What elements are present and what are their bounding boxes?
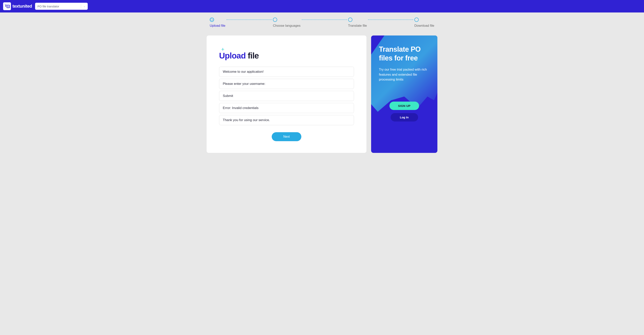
svg-text:T: T	[5, 4, 7, 8]
step-circle-icon	[348, 18, 352, 22]
title-accent: Upload	[219, 51, 246, 60]
step-connector	[226, 20, 272, 20]
plus-icon	[222, 47, 224, 52]
promo-title: Translate PO files for free	[379, 45, 430, 62]
list-item[interactable]: Error: Invalid credentials	[219, 103, 354, 113]
step-upload-file[interactable]: Upload file	[210, 18, 225, 28]
step-label: Upload file	[210, 24, 225, 28]
svg-text:U: U	[8, 5, 9, 8]
promo-sidebar: Translate PO files for free Try our free…	[371, 36, 438, 153]
step-label: Download file	[414, 24, 434, 28]
signup-button[interactable]: SIGN UP	[390, 102, 419, 110]
dropdown-label: PO file translator	[38, 5, 81, 8]
next-button[interactable]: Next	[272, 132, 302, 141]
step-circle-icon	[414, 18, 419, 22]
promo-buttons: SIGN UP Log In	[379, 102, 430, 122]
title-rest: file	[246, 51, 259, 60]
translator-dropdown[interactable]: PO file translator ⌄	[35, 3, 88, 10]
brand-name: textunited	[12, 4, 32, 9]
step-choose-languages[interactable]: Choose languages	[273, 18, 300, 28]
logo-icon: TU	[3, 2, 11, 10]
step-circle-icon	[273, 18, 277, 22]
step-circle-icon	[210, 18, 214, 22]
step-translate-file[interactable]: Translate file	[348, 18, 367, 28]
step-label: Translate file	[348, 24, 367, 28]
list-item[interactable]: Welcome to our application!	[219, 67, 354, 77]
login-button[interactable]: Log In	[390, 113, 418, 122]
upload-card: Upload file Welcome to our application! …	[206, 36, 366, 153]
main-content: Upload file Welcome to our application! …	[202, 36, 442, 153]
list-item[interactable]: Please enter your username:	[219, 79, 354, 89]
list-item[interactable]: Submit	[219, 91, 354, 101]
header: TU textunited PO file translator ⌄	[0, 0, 644, 13]
promo-description: Try our free trial packed with rich feat…	[379, 67, 430, 82]
step-download-file[interactable]: Download file	[414, 18, 434, 28]
string-list: Welcome to our application! Please enter…	[219, 67, 354, 125]
step-label: Choose languages	[273, 24, 300, 28]
step-connector	[368, 20, 413, 20]
stepper: Upload file Choose languages Translate f…	[202, 13, 442, 28]
logo[interactable]: TU textunited	[3, 2, 32, 10]
page-title: Upload file	[219, 51, 354, 61]
step-connector	[302, 20, 347, 20]
chevron-down-icon: ⌄	[84, 5, 85, 8]
list-item[interactable]: Thank you for using our service.	[219, 115, 354, 125]
